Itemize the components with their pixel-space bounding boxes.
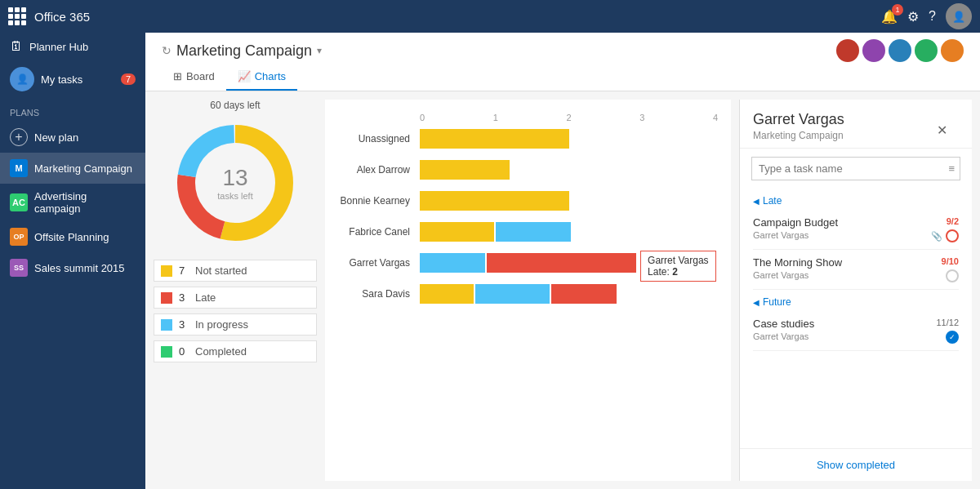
- sidebar: 🗓 Planner Hub 👤 My tasks 7 Plans + New p…: [0, 33, 145, 489]
- right-panel: Garret Vargas Marketing Campaign ✕ ≡ ◀ L…: [739, 100, 972, 481]
- app-launcher-icon[interactable]: [8, 7, 26, 25]
- future-chevron-icon: ◀: [753, 298, 760, 307]
- marketing-label: Marketing Campaign: [34, 162, 132, 175]
- bar-garret-blue: [420, 253, 485, 273]
- bar-row-fabrice: Fabrice Canel: [338, 222, 718, 242]
- sales-icon: SS: [10, 259, 28, 277]
- offsite-icon: OP: [10, 228, 28, 246]
- task-info-case-studies: Case studies Garret Vargas: [753, 318, 931, 341]
- panel-close-button[interactable]: ✕: [937, 122, 947, 138]
- attach-icon: 📎: [931, 231, 942, 242]
- task-name-morning-show[interactable]: The Morning Show: [753, 256, 937, 269]
- bar-label-garret: Garret Vargas: [338, 257, 420, 269]
- top-nav-right: 🔔 1 ⚙ ? 👤: [881, 3, 972, 29]
- legend-in-progress: 3 In progress: [154, 313, 317, 336]
- legend-completed: 0 Completed: [154, 340, 317, 362]
- task-name-case-studies[interactable]: Case studies: [753, 318, 931, 330]
- search-list-icon[interactable]: ≡: [943, 162, 960, 175]
- legend-count-late: 3: [179, 291, 189, 304]
- sidebar-item-planner-hub[interactable]: 🗓 Planner Hub: [0, 33, 145, 60]
- sales-label: Sales summit 2015: [34, 262, 125, 274]
- bar-fabrice-yellow: [420, 222, 494, 242]
- future-section-label: Future: [763, 296, 791, 308]
- bar-container-unassigned: [420, 129, 718, 149]
- task-circle-campaign-budget[interactable]: [946, 229, 959, 242]
- header-avatar-2[interactable]: [862, 39, 885, 62]
- my-tasks-avatar: 👤: [10, 67, 34, 91]
- legend-label-not-started: Not started: [195, 265, 247, 277]
- header-avatar-5[interactable]: [941, 39, 964, 62]
- content-area: ↻ Marketing Campaign ▾ ⊞ Board: [145, 33, 980, 489]
- notification-badge: 1: [892, 4, 903, 16]
- section-late-header[interactable]: ◀ Late: [753, 189, 959, 210]
- settings-icon[interactable]: ⚙: [907, 9, 919, 24]
- late-section-label: Late: [763, 195, 782, 207]
- header-avatar-4[interactable]: [915, 39, 938, 62]
- legend-label-completed: Completed: [195, 345, 247, 358]
- user-avatar-top[interactable]: 👤: [946, 3, 972, 29]
- sidebar-item-sales[interactable]: SS Sales summit 2015: [0, 252, 145, 283]
- tab-charts[interactable]: 📈 Charts: [226, 65, 297, 91]
- tab-board[interactable]: ⊞ Board: [162, 65, 226, 91]
- marketing-icon: M: [10, 159, 28, 177]
- task-meta-campaign-budget: 9/2 📎: [931, 216, 959, 242]
- sidebar-item-offsite[interactable]: OP Offsite Planning: [0, 221, 145, 252]
- my-tasks-label: My tasks: [41, 73, 82, 86]
- legend-dot-completed: [161, 346, 172, 358]
- plan-name: Marketing Campaign: [176, 42, 312, 60]
- top-navigation: Office 365 🔔 1 ⚙ ? 👤: [0, 0, 980, 33]
- task-icons-campaign-budget: 📎: [931, 229, 959, 242]
- donut-center: 13 tasks left: [217, 165, 252, 201]
- bar-chart-section: 0 1 2 3 4 Unassigned Alex Darrow: [325, 100, 731, 481]
- bar-sara-blue: [475, 284, 550, 304]
- section-future-header[interactable]: ◀ Future: [753, 290, 959, 311]
- task-circle-case-studies[interactable]: ✓: [946, 331, 959, 344]
- bar-row-alex: Alex Darrow: [338, 160, 718, 180]
- sidebar-item-new-plan[interactable]: + New plan: [0, 122, 145, 153]
- plans-label: Plans: [0, 98, 145, 122]
- planner-hub-icon: 🗓: [10, 39, 23, 54]
- legend-items: 7 Not started 3 Late 3 In progress: [154, 260, 317, 362]
- sidebar-item-advertising[interactable]: AC Advertising campaign: [0, 184, 145, 221]
- task-info-campaign-budget: Campaign Budget Garret Vargas: [753, 216, 926, 240]
- bar-sara-yellow: [420, 284, 474, 304]
- sidebar-item-my-tasks[interactable]: 👤 My tasks 7: [0, 60, 145, 98]
- donut-sublabel: tasks left: [217, 191, 252, 201]
- donut-number: 13: [217, 165, 252, 191]
- content-header: ↻ Marketing Campaign ▾ ⊞ Board: [145, 33, 980, 91]
- task-name-campaign-budget[interactable]: Campaign Budget: [753, 216, 926, 229]
- main-layout: 🗓 Planner Hub 👤 My tasks 7 Plans + New p…: [0, 33, 980, 489]
- legend-not-started: 7 Not started: [154, 260, 317, 282]
- plan-title: ↻ Marketing Campaign ▾: [162, 42, 322, 60]
- legend-dot-not-started: [161, 265, 172, 277]
- donut-chart: 13 tasks left: [170, 118, 301, 248]
- sidebar-item-marketing[interactable]: M Marketing Campaign: [0, 153, 145, 184]
- legend-label-in-progress: In progress: [195, 318, 248, 331]
- task-circle-morning-show[interactable]: [946, 269, 959, 282]
- panel-search[interactable]: ≡: [751, 157, 960, 180]
- notification-bell[interactable]: 🔔 1: [881, 9, 898, 24]
- charts-body: 60 days left 13 tasks left: [145, 91, 980, 489]
- header-avatar-3[interactable]: [889, 39, 911, 62]
- task-search-input[interactable]: [752, 158, 943, 180]
- legend-label-late: Late: [195, 291, 216, 304]
- bar-row-unassigned: Unassigned: [338, 129, 718, 149]
- legend-count-in-progress: 3: [179, 318, 189, 331]
- bar-container-alex: [420, 160, 718, 180]
- help-icon[interactable]: ?: [929, 9, 936, 24]
- bar-garret-red: [487, 253, 636, 273]
- bar-alex-yellow: [420, 160, 510, 180]
- legend-late: 3 Late: [154, 287, 317, 309]
- bar-row-sara: Sara Davis: [338, 284, 718, 304]
- task-date-morning-show: 9/10: [942, 256, 959, 266]
- refresh-icon[interactable]: ↻: [162, 44, 172, 57]
- header-avatar-1[interactable]: [836, 39, 859, 62]
- show-completed-button[interactable]: Show completed: [740, 448, 972, 481]
- legend-dot-in-progress: [161, 319, 172, 331]
- plan-title-dropdown-icon[interactable]: ▾: [317, 45, 322, 56]
- bar-fabrice-blue: [496, 222, 570, 242]
- late-chevron-icon: ◀: [753, 197, 760, 206]
- tabs: ⊞ Board 📈 Charts: [162, 65, 964, 91]
- bar-row-garret: Garret Vargas Garret VargasLate: 2: [338, 253, 718, 273]
- app-title: Office 365: [34, 10, 90, 24]
